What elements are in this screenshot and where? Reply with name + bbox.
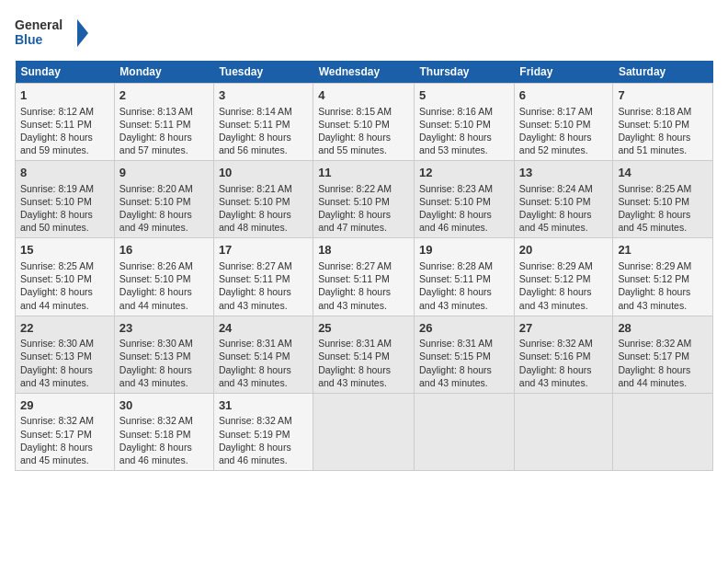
sunrise-text: Sunrise: 8:31 AM: [219, 338, 292, 349]
calendar-cell: 7Sunrise: 8:18 AMSunset: 5:10 PMDaylight…: [613, 84, 713, 161]
calendar-cell: 20Sunrise: 8:29 AMSunset: 5:12 PMDayligh…: [514, 238, 613, 316]
day-number: 9: [119, 165, 209, 181]
calendar-cell: 14Sunrise: 8:25 AMSunset: 5:10 PMDayligh…: [613, 161, 713, 238]
daylight-text: Daylight: 8 hours and 55 minutes.: [318, 132, 391, 155]
day-number: 19: [419, 242, 509, 259]
sunset-text: Sunset: 5:19 PM: [219, 429, 290, 440]
calendar-week-row: 1Sunrise: 8:12 AMSunset: 5:11 PMDaylight…: [16, 84, 713, 161]
page-container: General Blue SundayMondayTuesdayWednesda…: [0, 0, 728, 480]
sunrise-text: Sunrise: 8:26 AM: [119, 260, 193, 271]
calendar-cell: 6Sunrise: 8:17 AMSunset: 5:10 PMDaylight…: [514, 84, 613, 161]
calendar-cell: 8Sunrise: 8:19 AMSunset: 5:10 PMDaylight…: [16, 161, 115, 238]
daylight-text: Daylight: 8 hours and 43 minutes.: [219, 364, 291, 388]
daylight-text: Daylight: 8 hours and 44 minutes.: [20, 286, 93, 310]
sunrise-text: Sunrise: 8:22 AM: [318, 183, 392, 194]
daylight-text: Daylight: 8 hours and 44 minutes.: [119, 286, 192, 310]
calendar-cell: 4Sunrise: 8:15 AMSunset: 5:10 PMDaylight…: [313, 84, 415, 161]
day-number: 3: [219, 87, 308, 104]
sunset-text: Sunset: 5:10 PM: [618, 119, 689, 130]
sunset-text: Sunset: 5:11 PM: [419, 273, 491, 284]
calendar-body: 1Sunrise: 8:12 AMSunset: 5:11 PMDaylight…: [16, 84, 713, 471]
day-number: 14: [618, 165, 708, 181]
calendar-week-row: 15Sunrise: 8:25 AMSunset: 5:10 PMDayligh…: [16, 238, 713, 316]
calendar-cell: 26Sunrise: 8:31 AMSunset: 5:15 PMDayligh…: [415, 316, 515, 393]
day-number: 29: [20, 397, 109, 414]
sunrise-text: Sunrise: 8:31 AM: [318, 338, 392, 349]
daylight-text: Daylight: 8 hours and 53 minutes.: [419, 132, 492, 155]
sunrise-text: Sunrise: 8:29 AM: [618, 260, 691, 271]
calendar-cell: 12Sunrise: 8:23 AMSunset: 5:10 PMDayligh…: [415, 161, 515, 238]
sunset-text: Sunset: 5:10 PM: [618, 196, 689, 207]
sunset-text: Sunset: 5:10 PM: [419, 119, 491, 130]
daylight-text: Daylight: 8 hours and 49 minutes.: [119, 209, 192, 233]
sunset-text: Sunset: 5:16 PM: [519, 350, 591, 362]
page-header: General Blue: [15, 15, 713, 52]
daylight-text: Daylight: 8 hours and 59 minutes.: [20, 132, 93, 155]
sunset-text: Sunset: 5:10 PM: [119, 273, 191, 284]
calendar-cell: 25Sunrise: 8:31 AMSunset: 5:14 PMDayligh…: [313, 316, 415, 393]
sunrise-text: Sunrise: 8:16 AM: [419, 106, 493, 117]
sunset-text: Sunset: 5:10 PM: [519, 196, 591, 207]
day-number: 18: [318, 242, 409, 259]
sunrise-text: Sunrise: 8:18 AM: [618, 106, 691, 117]
calendar-cell: 27Sunrise: 8:32 AMSunset: 5:16 PMDayligh…: [514, 316, 613, 393]
daylight-text: Daylight: 8 hours and 45 minutes.: [618, 209, 690, 233]
daylight-text: Daylight: 8 hours and 43 minutes.: [318, 364, 391, 388]
daylight-text: Daylight: 8 hours and 52 minutes.: [519, 132, 592, 155]
daylight-text: Daylight: 8 hours and 56 minutes.: [219, 132, 291, 155]
day-number: 24: [219, 320, 308, 337]
day-header: Saturday: [613, 61, 713, 84]
sunset-text: Sunset: 5:13 PM: [20, 350, 92, 362]
sunrise-text: Sunrise: 8:32 AM: [119, 415, 193, 426]
sunrise-text: Sunrise: 8:20 AM: [119, 183, 193, 194]
calendar-cell: 28Sunrise: 8:32 AMSunset: 5:17 PMDayligh…: [613, 316, 713, 393]
day-number: 30: [119, 397, 209, 414]
sunset-text: Sunset: 5:10 PM: [419, 196, 491, 207]
logo: General Blue: [15, 15, 88, 52]
sunrise-text: Sunrise: 8:31 AM: [419, 338, 493, 349]
sunset-text: Sunset: 5:10 PM: [519, 119, 591, 130]
day-number: 8: [20, 165, 109, 181]
sunrise-text: Sunrise: 8:25 AM: [618, 183, 691, 194]
sunset-text: Sunset: 5:11 PM: [219, 273, 290, 284]
calendar-cell: 1Sunrise: 8:12 AMSunset: 5:11 PMDaylight…: [16, 84, 115, 161]
calendar-cell: [415, 393, 515, 470]
sunset-text: Sunset: 5:17 PM: [20, 429, 92, 440]
calendar-cell: 23Sunrise: 8:30 AMSunset: 5:13 PMDayligh…: [114, 316, 213, 393]
sunrise-text: Sunrise: 8:32 AM: [20, 415, 94, 426]
daylight-text: Daylight: 8 hours and 44 minutes.: [618, 364, 690, 388]
calendar-cell: 29Sunrise: 8:32 AMSunset: 5:17 PMDayligh…: [16, 393, 115, 470]
day-number: 17: [219, 242, 308, 259]
sunrise-text: Sunrise: 8:21 AM: [219, 183, 292, 194]
day-number: 31: [219, 397, 308, 414]
daylight-text: Daylight: 8 hours and 48 minutes.: [219, 209, 291, 233]
day-number: 20: [519, 242, 609, 259]
calendar-cell: 19Sunrise: 8:28 AMSunset: 5:11 PMDayligh…: [415, 238, 515, 316]
daylight-text: Daylight: 8 hours and 43 minutes.: [119, 364, 192, 388]
sunset-text: Sunset: 5:11 PM: [219, 119, 290, 130]
sunset-text: Sunset: 5:10 PM: [219, 196, 290, 207]
day-number: 10: [219, 165, 308, 181]
day-number: 23: [119, 320, 209, 337]
daylight-text: Daylight: 8 hours and 45 minutes.: [20, 442, 93, 465]
sunrise-text: Sunrise: 8:27 AM: [219, 260, 292, 271]
daylight-text: Daylight: 8 hours and 43 minutes.: [318, 286, 391, 310]
sunset-text: Sunset: 5:18 PM: [119, 429, 191, 440]
day-number: 25: [318, 320, 409, 337]
sunset-text: Sunset: 5:10 PM: [318, 196, 390, 207]
daylight-text: Daylight: 8 hours and 50 minutes.: [20, 209, 93, 233]
day-number: 13: [519, 165, 609, 181]
sunrise-text: Sunrise: 8:17 AM: [519, 106, 593, 117]
svg-marker-2: [77, 19, 88, 47]
day-header: Monday: [114, 61, 213, 84]
sunrise-text: Sunrise: 8:24 AM: [519, 183, 593, 194]
daylight-text: Daylight: 8 hours and 45 minutes.: [519, 209, 592, 233]
sunrise-text: Sunrise: 8:32 AM: [519, 338, 593, 349]
sunrise-text: Sunrise: 8:32 AM: [618, 338, 691, 349]
svg-text:General: General: [15, 17, 63, 32]
sunrise-text: Sunrise: 8:32 AM: [219, 415, 292, 426]
sunrise-text: Sunrise: 8:29 AM: [519, 260, 593, 271]
sunrise-text: Sunrise: 8:13 AM: [119, 106, 193, 117]
day-number: 4: [318, 87, 409, 104]
day-number: 15: [20, 242, 109, 259]
